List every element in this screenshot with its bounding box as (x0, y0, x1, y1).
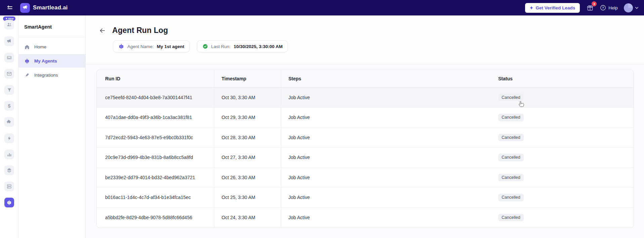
agent-name-chip: Agent Name: My 1st agent (113, 40, 190, 52)
run-id-cell: 407a1dae-dd0a-49f3-a36b-1ca3ac381f81 (97, 108, 214, 128)
lightning-icon[interactable] (4, 133, 14, 143)
brand-name: Smartlead.ai (33, 4, 68, 11)
timestamp-cell: Oct 27, 3:30 AM (214, 148, 281, 168)
sidebar-item-label: My Agents (34, 58, 57, 64)
svg-text:?: ? (602, 6, 604, 9)
table-row[interactable]: ce75eefd-8240-4d04-b3e8-7a3001447f41 Oct… (97, 87, 634, 108)
steps-cell: Job Active (281, 167, 471, 188)
content-area: Run ID Timestamp Steps Status ce75eefd-8… (86, 64, 644, 238)
status-badge: Cancelled (498, 174, 524, 182)
status-cell: Cancelled (471, 188, 634, 208)
timestamp-cell: Oct 26, 3:30 AM (214, 167, 281, 188)
status-cell: Cancelled (471, 108, 634, 128)
sidebar-collapse-icon[interactable] (5, 3, 14, 12)
timestamp-cell: Oct 29, 3:30 AM (214, 108, 281, 128)
page-title: Agent Run Log (112, 26, 168, 35)
steps-cell: Job Active (281, 87, 471, 108)
home-icon (24, 44, 30, 50)
pen-icon (24, 72, 30, 78)
steps-cell: Job Active (281, 148, 471, 168)
timestamp-cell: Oct 24, 3:30 AM (214, 207, 281, 228)
table-row[interactable]: 7d72ecd2-5943-4e63-87e5-e9bc0b331f0c Oct… (97, 127, 634, 148)
agent-name-value: My 1st agent (157, 44, 184, 49)
table-row[interactable]: b016ac11-1d4c-4c7d-af34-b1e34fca15ec Oct… (97, 188, 634, 208)
table-row[interactable]: be2339e2-dd79-4014-bd32-4bed962a3721 Oct… (97, 167, 634, 188)
puzzle-icon[interactable] (4, 117, 14, 127)
column-header-status: Status (471, 70, 634, 87)
status-badge: Cancelled (498, 194, 524, 201)
avatar (624, 3, 633, 12)
layers-icon[interactable] (4, 165, 14, 175)
agent-name-label: Agent Name: (127, 44, 154, 49)
last-run-chip: Last Run: 10/30/2025, 3:30:00 AM (197, 40, 288, 52)
icon-rail: ✦ New $ (0, 15, 18, 238)
check-circle-icon (202, 43, 208, 49)
sidebar-item-integrations[interactable]: Integrations (18, 68, 85, 82)
users-icon[interactable] (4, 20, 14, 30)
status-cell: Cancelled (471, 167, 634, 188)
status-badge: Cancelled (498, 114, 524, 121)
status-cell: Cancelled (471, 87, 634, 108)
steps-cell: Job Active (281, 207, 471, 228)
column-header-run-id: Run ID (97, 70, 214, 87)
account-menu[interactable] (624, 3, 639, 12)
topbar: Smartlead.ai ✦ Get Verified Leads 3 ? He… (0, 0, 644, 15)
run-id-cell: 20c9e73d-d969-4b3e-831b-8a6b8cc5a8fd (97, 148, 214, 168)
status-badge: Cancelled (498, 154, 524, 161)
smartagent-sidebar: SmartAgent Home My Agents Integrations (18, 15, 86, 238)
megaphone-icon[interactable] (4, 36, 14, 46)
chevron-down-icon (635, 6, 639, 10)
table-row[interactable]: 407a1dae-dd0a-49f3-a36b-1ca3ac381f81 Oct… (97, 108, 634, 128)
status-badge: Cancelled (498, 134, 524, 142)
sidebar-divider (18, 37, 85, 37)
last-run-label: Last Run: (211, 44, 231, 49)
app-window: Smartlead.ai ✦ Get Verified Leads 3 ? He… (0, 0, 644, 238)
run-id-cell: a5bbd2fe-8d29-4dbe-9078-5d88fc66d456 (97, 207, 214, 228)
column-header-steps: Steps (281, 70, 471, 87)
sidebar-title: SmartAgent (24, 24, 52, 30)
smartlead-logo[interactable] (20, 3, 30, 13)
status-badge: Cancelled (498, 214, 524, 222)
timestamp-cell: Oct 30, 3:30 AM (214, 87, 281, 108)
last-run-value: 10/30/2025, 3:30:00 AM (233, 44, 283, 49)
status-cell: Cancelled (471, 148, 634, 168)
sidebar-item-home[interactable]: Home (18, 40, 85, 53)
envelope-icon[interactable] (4, 69, 14, 79)
get-verified-leads-label: Get Verified Leads (535, 5, 575, 10)
bar-chart-icon[interactable] (4, 150, 14, 159)
help-button[interactable]: ? Help (600, 5, 618, 11)
dollar-icon[interactable]: $ (4, 101, 14, 111)
help-label: Help (608, 5, 618, 10)
server-icon[interactable] (4, 182, 14, 191)
inbox-icon[interactable] (4, 53, 14, 63)
run-id-cell: 7d72ecd2-5943-4e63-87e5-e9bc0b331f0c (97, 127, 214, 148)
gift-icon[interactable]: 3 (586, 4, 594, 12)
run-id-cell: be2339e2-dd79-4014-bd32-4bed962a3721 (97, 167, 214, 188)
column-header-timestamp: Timestamp (214, 70, 281, 87)
robot-icon (118, 43, 124, 49)
run-log-table: Run ID Timestamp Steps Status ce75eefd-8… (96, 70, 634, 228)
status-cell: Cancelled (471, 207, 634, 228)
steps-cell: Job Active (281, 108, 471, 128)
sparkle-icon: ✦ (530, 5, 533, 10)
table-row[interactable]: 20c9e73d-d969-4b3e-831b-8a6b8cc5a8fd Oct… (97, 148, 634, 168)
smartagent-robot-icon[interactable] (4, 198, 14, 207)
table-header-row: Run ID Timestamp Steps Status (97, 70, 634, 87)
run-id-cell: ce75eefd-8240-4d04-b3e8-7a3001447f41 (97, 87, 214, 108)
sidebar-item-label: Home (34, 44, 46, 49)
status-cell: Cancelled (471, 127, 634, 148)
status-badge: Cancelled (498, 94, 524, 102)
sidebar-item-label: Integrations (34, 73, 58, 78)
run-id-cell: b016ac11-1d4c-4c7d-af34-b1e34fca15ec (97, 188, 214, 208)
back-arrow-icon[interactable] (98, 27, 106, 35)
steps-cell: Job Active (281, 127, 471, 148)
question-circle-icon: ? (600, 5, 606, 11)
get-verified-leads-button[interactable]: ✦ Get Verified Leads (525, 3, 580, 13)
steps-cell: Job Active (281, 188, 471, 208)
table-row[interactable]: a5bbd2fe-8d29-4dbe-9078-5d88fc66d456 Oct… (97, 207, 634, 228)
sidebar-item-my-agents[interactable]: My Agents (18, 54, 85, 68)
timestamp-cell: Oct 25, 3:30 AM (214, 188, 281, 208)
main-content: Agent Run Log Agent Name: My 1st agent L… (86, 15, 644, 238)
funnel-icon[interactable] (4, 85, 14, 95)
gift-notification-badge: 3 (592, 1, 597, 6)
